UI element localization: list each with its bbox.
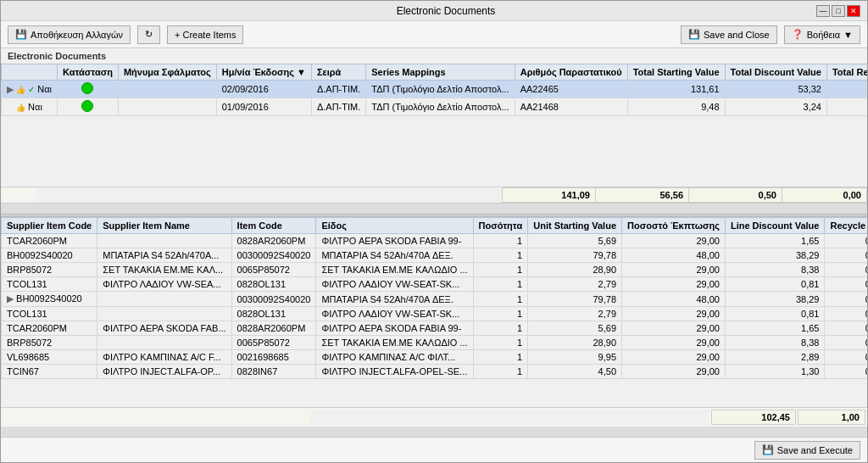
cell-error bbox=[118, 98, 216, 116]
bottom-table-row[interactable]: BRP85072 0065P85072 ΣΕΤ ΤΑΚΑΚΙΑ ΕΜ.ΜΕ ΚΑ… bbox=[2, 336, 868, 350]
top-hscroll[interactable] bbox=[1, 204, 867, 214]
top-total-recycle: 0,50 bbox=[689, 188, 782, 203]
cell-discount-pct: 48,00 bbox=[622, 248, 726, 263]
cell-starting-val: 131,61 bbox=[627, 81, 725, 98]
bottom-grid-wrap: Supplier Item Code Supplier Item Name It… bbox=[1, 217, 867, 407]
cell-sup-code: TCIN67 bbox=[2, 365, 97, 379]
col-error[interactable]: Μήνυμα Σφάλματος bbox=[118, 64, 216, 81]
cell-line-disc: 1,30 bbox=[725, 365, 825, 379]
main-window: Electronic Documents — □ ✕ 💾 Αποθήκευση … bbox=[0, 0, 868, 463]
minimize-button[interactable]: — bbox=[816, 5, 830, 17]
col-recycle-tax[interactable]: Total Recycle Taxes bbox=[826, 64, 867, 81]
cell-sup-code: TCAR2060PM bbox=[2, 321, 97, 336]
cell-recycle: 0,00 bbox=[825, 336, 867, 350]
cell-sup-name bbox=[97, 336, 231, 350]
close-button[interactable]: ✕ bbox=[847, 5, 860, 17]
cell-discount-pct: 29,00 bbox=[622, 263, 726, 277]
cell-item: ΦΙΛΤΡΟ ΚΑΜΠΙΝΑΣ Α/C ΦΙΛΤ... bbox=[316, 350, 473, 365]
bottom-hscroll[interactable] bbox=[1, 427, 867, 437]
col-item[interactable]: Είδος bbox=[316, 218, 473, 234]
cell-item-code: 00300092S40020 bbox=[231, 248, 316, 263]
cell-recycle: 0,00 bbox=[825, 263, 867, 277]
col-qty[interactable]: Ποσότητα bbox=[473, 218, 528, 234]
help-button[interactable]: ❓ Βοήθεια ▼ bbox=[784, 25, 860, 44]
col-series-mapping[interactable]: Series Mappings bbox=[366, 64, 515, 81]
col-line-disc[interactable]: Line Discount Value bbox=[725, 218, 825, 234]
cell-line-disc: 0,81 bbox=[725, 307, 825, 321]
cell-sup-name: ΦΙΛΤΡΟ ΑΕΡΑ SKODA FAB... bbox=[97, 321, 231, 336]
top-grid-inner[interactable]: Κατάσταση Μήνυμα Σφάλματος Ημ/νία Έκδοση… bbox=[1, 64, 867, 187]
bottom-table-row[interactable]: TCOL131 0828OL131 ΦΙΛΤΡΟ ΛΑΔΙΟΥ VW-SEAT-… bbox=[2, 307, 868, 321]
bottom-table-row[interactable]: VL698685 ΦΙΛΤΡΟ ΚΑΜΠΙΝΑΣ Α/C F... 002169… bbox=[2, 350, 868, 365]
cell-sup-code: TCAR2060PM bbox=[2, 234, 97, 248]
bottom-totals-bar: 102,45 1,00 bbox=[1, 407, 867, 427]
cell-series-mapping: ΤΔΠ (Τιμολόγιο Δελτίο Αποστολ... bbox=[366, 98, 515, 116]
top-totals-table: 141,09 56,56 0,50 0,00 bbox=[36, 187, 868, 203]
maximize-button[interactable]: □ bbox=[832, 5, 845, 17]
cell-line-disc: 0,81 bbox=[725, 277, 825, 292]
bottom-table-row[interactable]: ▶ BH0092S40020 00300092S40020 ΜΠΑΤΑΡΙΑ S… bbox=[2, 292, 868, 307]
bottom-grid-inner[interactable]: Supplier Item Code Supplier Item Name It… bbox=[1, 217, 867, 407]
bottom-table-row[interactable]: TCOL131 ΦΙΛΤΡΟ ΛΑΔΙΟΥ VW-SEA... 0828OL13… bbox=[2, 277, 868, 292]
cell-discount-pct: 29,00 bbox=[622, 336, 726, 350]
cell-item-code: 0828OL131 bbox=[231, 307, 316, 321]
bottom-table-row[interactable]: TCAR2060PM 0828AR2060PM ΦΙΛΤΡΟ ΑΕΡΑ SKOD… bbox=[2, 234, 868, 248]
create-items-button[interactable]: + Create Items bbox=[167, 25, 243, 44]
cell-recycle: 0,00 bbox=[825, 365, 867, 379]
footer: 💾 Save and Execute bbox=[1, 437, 867, 462]
cell-qty: 1 bbox=[473, 263, 528, 277]
bottom-table-row[interactable]: BRP85072 ΣΕΤ ΤΑΚΑΚΙΑ ΕΜ.ΜΕ ΚΑΛ... 0065P8… bbox=[2, 263, 868, 277]
save-icon: 💾 bbox=[15, 29, 27, 40]
bottom-table-row[interactable]: BH0092S40020 ΜΠΑΤΑΡΙΑ S4 52Ah/470A... 00… bbox=[2, 248, 868, 263]
cell-qty: 1 bbox=[473, 336, 528, 350]
col-recycle-tax[interactable]: Recycle Tax bbox=[825, 218, 867, 234]
cell-unit-start: 28,90 bbox=[528, 336, 622, 350]
cell-line-disc: 38,29 bbox=[725, 292, 825, 307]
top-table-row[interactable]: ▶ 👍 ✓ Ναι 02/09/2016 Δ.ΑΠ-ΤΙΜ. ΤΔΠ (Τιμο… bbox=[2, 81, 868, 98]
cell-status bbox=[57, 98, 118, 116]
cell-discount-pct: 29,00 bbox=[622, 277, 726, 292]
top-total-transport: 0,00 bbox=[782, 188, 867, 203]
cell-sup-code: TCOL131 bbox=[2, 307, 97, 321]
cell-sup-code: ▶ BH0092S40020 bbox=[2, 292, 97, 307]
window-title: Electronic Documents bbox=[75, 5, 816, 17]
col-series[interactable]: Σειρά bbox=[311, 64, 365, 81]
top-table: Κατάσταση Μήνυμα Σφάλματος Ημ/νία Έκδοση… bbox=[1, 64, 867, 116]
col-sup-name[interactable]: Supplier Item Name bbox=[97, 218, 231, 234]
cell-item-code: 0065P85072 bbox=[231, 263, 316, 277]
cell-unit-start: 5,69 bbox=[528, 234, 622, 248]
save-close-button[interactable]: 💾 Save and Close bbox=[681, 25, 777, 44]
cell-qty: 1 bbox=[473, 292, 528, 307]
cell-item: ΣΕΤ ΤΑΚΑΚΙΑ ΕΜ.ΜΕ ΚΑΛΩΔΙΟ ... bbox=[316, 336, 473, 350]
col-item-code[interactable]: Item Code bbox=[231, 218, 316, 234]
cell-line-disc: 1,65 bbox=[725, 234, 825, 248]
top-total-spacer bbox=[36, 188, 503, 203]
cell-discount-pct: 29,00 bbox=[622, 350, 726, 365]
cell-item: ΜΠΑΤΑΡΙΑ S4 52Ah/470A ΔΕΞ. bbox=[316, 292, 473, 307]
col-status[interactable]: Κατάσταση bbox=[57, 64, 118, 81]
col-sup-code[interactable]: Supplier Item Code bbox=[2, 218, 97, 234]
bottom-total-unit-start: 102,45 bbox=[711, 410, 796, 425]
save-execute-button[interactable]: 💾 Save and Execute bbox=[754, 441, 860, 460]
col-starting-val[interactable]: Total Starting Value bbox=[627, 64, 725, 81]
bottom-table-row[interactable]: TCAR2060PM ΦΙΛΤΡΟ ΑΕΡΑ SKODA FAB... 0828… bbox=[2, 321, 868, 336]
refresh-button[interactable]: ↻ bbox=[137, 25, 160, 44]
bottom-table-row[interactable]: TCIN67 ΦΙΛΤΡΟ INJECT.ALFA-OP... 0828IN67… bbox=[2, 365, 868, 379]
top-table-row[interactable]: 👍 Ναι 01/09/2016 Δ.ΑΠ-ΤΙΜ. ΤΔΠ (Τιμολόγι… bbox=[2, 98, 868, 116]
col-discount-val[interactable]: Total Discount Value bbox=[725, 64, 826, 81]
cell-item: ΦΙΛΤΡΟ ΑΕΡΑ SKODA FABIA 99- bbox=[316, 321, 473, 336]
cell-item: ΦΙΛΤΡΟ ΑΕΡΑ SKODA FABIA 99- bbox=[316, 234, 473, 248]
col-date[interactable]: Ημ/νία Έκδοσης ▼ bbox=[216, 64, 311, 81]
col-discount-pct[interactable]: Ποσοστό Έκπτωσης bbox=[622, 218, 726, 234]
cell-starting-val: 9,48 bbox=[627, 98, 725, 116]
col-unit-start[interactable]: Unit Starting Value bbox=[528, 218, 622, 234]
col-doc-num[interactable]: Αριθμός Παραστατικού bbox=[515, 64, 627, 81]
cell-discount-pct: 29,00 bbox=[622, 307, 726, 321]
cell-item-code: 00300092S40020 bbox=[231, 292, 316, 307]
cell-recycle: 0,00 bbox=[825, 234, 867, 248]
cell-line-disc: 8,38 bbox=[725, 336, 825, 350]
cell-item-code: 0828AR2060PM bbox=[231, 234, 316, 248]
save-changes-button[interactable]: 💾 Αποθήκευση Αλλαγών bbox=[8, 25, 131, 44]
bottom-panel: Supplier Item Code Supplier Item Name It… bbox=[1, 217, 867, 462]
cell-recycle: 0,00 bbox=[825, 350, 867, 365]
